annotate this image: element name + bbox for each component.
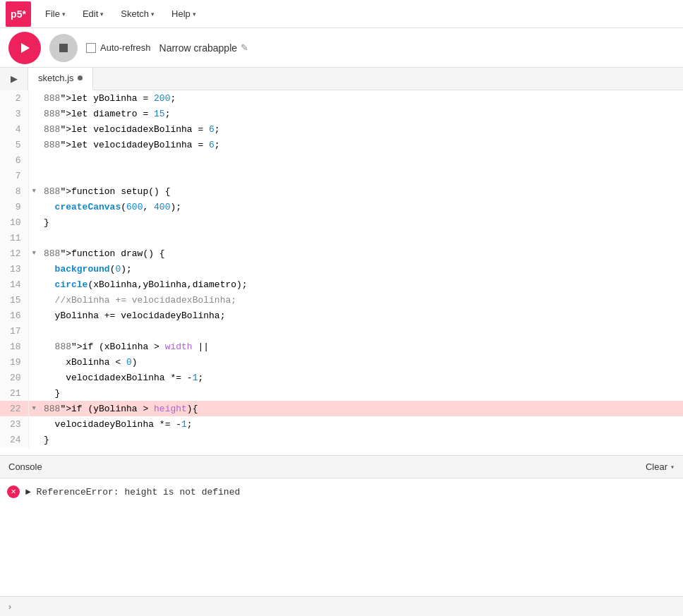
code-line-content[interactable]: //xBolinha += velocidadexBolinha;	[40, 292, 683, 308]
table-row: 4888">let velocidadexBolinha = 6;	[0, 121, 683, 137]
collapse-triangle	[28, 121, 40, 137]
sketch-menu[interactable]: Sketch ▾	[118, 6, 157, 22]
code-line-content[interactable]: background(0);	[40, 261, 683, 277]
line-number: 12	[0, 246, 28, 261]
collapse-triangle	[28, 137, 40, 152]
collapse-triangle[interactable]: ▼	[28, 183, 40, 199]
line-number: 6	[0, 152, 28, 168]
modified-dot	[78, 76, 83, 80]
line-number: 7	[0, 168, 28, 183]
table-row: 24}	[0, 432, 683, 447]
line-number: 21	[0, 385, 28, 401]
line-number: 22	[0, 401, 28, 416]
table-row: 6	[0, 152, 683, 168]
code-line-content[interactable]: yBolinha += velocidadeyBolinha;	[40, 308, 683, 323]
line-number: 15	[0, 292, 28, 308]
edit-menu[interactable]: Edit ▾	[80, 6, 107, 22]
line-number: 5	[0, 137, 28, 152]
collapse-triangle	[28, 292, 40, 308]
line-number: 11	[0, 230, 28, 246]
code-line-content[interactable]: 888">function setup() {	[40, 183, 683, 199]
clear-button[interactable]: Clear	[646, 461, 667, 472]
code-line-content[interactable]	[40, 230, 683, 246]
code-line-content[interactable]: 888">let velocidadeyBolinha = 6;	[40, 137, 683, 152]
table-row: 12▼888">function draw() {	[0, 246, 683, 261]
help-menu[interactable]: Help ▾	[169, 6, 199, 22]
collapse-triangle	[28, 199, 40, 215]
edit-menu-chevron: ▾	[100, 11, 104, 18]
table-row: 13 background(0);	[0, 261, 683, 277]
code-line-content[interactable]: createCanvas(600, 400);	[40, 199, 683, 215]
console-error-row: ✕► ReferenceError: height is not defined	[0, 483, 683, 501]
table-row: 20 velocidadexBolinha *= -1;	[0, 370, 683, 385]
code-line-content[interactable]	[40, 323, 683, 339]
console-clear-area: Clear ▾	[646, 461, 675, 472]
collapse-triangle[interactable]: ▼	[28, 246, 40, 261]
file-tab[interactable]: sketch.js	[28, 68, 93, 90]
table-row: 18 888">if (xBolinha > width ||	[0, 339, 683, 354]
table-row: 19 xBolinha < 0)	[0, 354, 683, 370]
line-number: 19	[0, 354, 28, 370]
code-line-content[interactable]: }	[40, 432, 683, 447]
line-number: 14	[0, 277, 28, 292]
table-row: 9 createCanvas(600, 400);	[0, 199, 683, 215]
code-line-content[interactable]: 888">let velocidadexBolinha = 6;	[40, 121, 683, 137]
code-editor[interactable]: 2888">let yBolinha = 200;3888">let diame…	[0, 90, 683, 455]
code-line-content[interactable]: 888">let diametro = 15;	[40, 106, 683, 121]
table-row: 23 velocidadeyBolinha *= -1;	[0, 416, 683, 432]
line-number: 17	[0, 323, 28, 339]
collapse-triangle	[28, 354, 40, 370]
file-menu-chevron: ▾	[62, 11, 66, 18]
menu-bar: p5* File ▾ Edit ▾ Sketch ▾ Help ▾	[0, 0, 683, 28]
table-row: 21 }	[0, 385, 683, 401]
table-row: 17	[0, 323, 683, 339]
sketch-menu-chevron: ▾	[151, 11, 155, 18]
expand-icon: ›	[8, 602, 11, 612]
bottom-expand-button[interactable]: ›	[8, 602, 11, 612]
error-icon: ✕	[7, 485, 20, 498]
console-title: Console	[8, 461, 42, 472]
code-line-content[interactable]: 888">function draw() {	[40, 246, 683, 261]
code-line-content[interactable]: velocidadeyBolinha *= -1;	[40, 416, 683, 432]
collapse-triangle	[28, 152, 40, 168]
collapse-triangle[interactable]: ▼	[28, 401, 40, 416]
line-number: 23	[0, 416, 28, 432]
collapse-icon: ▶	[11, 73, 18, 84]
table-row: 16 yBolinha += velocidadeyBolinha;	[0, 308, 683, 323]
code-line-content[interactable]	[40, 152, 683, 168]
p5-logo: p5*	[6, 1, 31, 27]
editor-container: ▶ sketch.js 2888">let yBolinha = 200;388…	[0, 68, 683, 455]
line-number: 18	[0, 339, 28, 354]
collapse-triangle	[28, 90, 40, 106]
code-line-content[interactable]: }	[40, 215, 683, 230]
code-line-content[interactable]: 888">let yBolinha = 200;	[40, 90, 683, 106]
code-line-content[interactable]: }	[40, 385, 683, 401]
code-line-content[interactable]: 888">if (yBolinha > height){	[40, 401, 683, 416]
bottom-bar: ›	[0, 596, 683, 616]
code-line-content[interactable]: velocidadexBolinha *= -1;	[40, 370, 683, 385]
collapse-triangle	[28, 416, 40, 432]
collapse-triangle	[28, 323, 40, 339]
table-row: 22▼888">if (yBolinha > height){	[0, 401, 683, 416]
collapse-triangle	[28, 432, 40, 447]
stop-button[interactable]	[49, 34, 78, 62]
code-line-content[interactable]: circle(xBolinha,yBolinha,diametro);	[40, 277, 683, 292]
code-line-content[interactable]	[40, 168, 683, 183]
collapse-sidebar-button[interactable]: ▶	[0, 68, 28, 90]
sketch-name[interactable]: Narrow crabapple ✎	[159, 42, 249, 54]
table-row: 15 //xBolinha += velocidadexBolinha;	[0, 292, 683, 308]
code-line-content[interactable]: 888">if (xBolinha > width ||	[40, 339, 683, 354]
table-row: 8▼888">function setup() {	[0, 183, 683, 199]
file-menu[interactable]: File ▾	[42, 6, 68, 22]
play-button[interactable]	[8, 32, 41, 64]
table-row: 10}	[0, 215, 683, 230]
line-number: 20	[0, 370, 28, 385]
table-row: 2888">let yBolinha = 200;	[0, 90, 683, 106]
code-line-content[interactable]: xBolinha < 0)	[40, 354, 683, 370]
line-number: 3	[0, 106, 28, 121]
line-number: 13	[0, 261, 28, 277]
auto-refresh-checkbox[interactable]	[86, 43, 96, 53]
svg-rect-1	[59, 44, 68, 52]
auto-refresh-label: Auto-refresh	[100, 42, 151, 53]
code-table: 2888">let yBolinha = 200;3888">let diame…	[0, 90, 683, 447]
